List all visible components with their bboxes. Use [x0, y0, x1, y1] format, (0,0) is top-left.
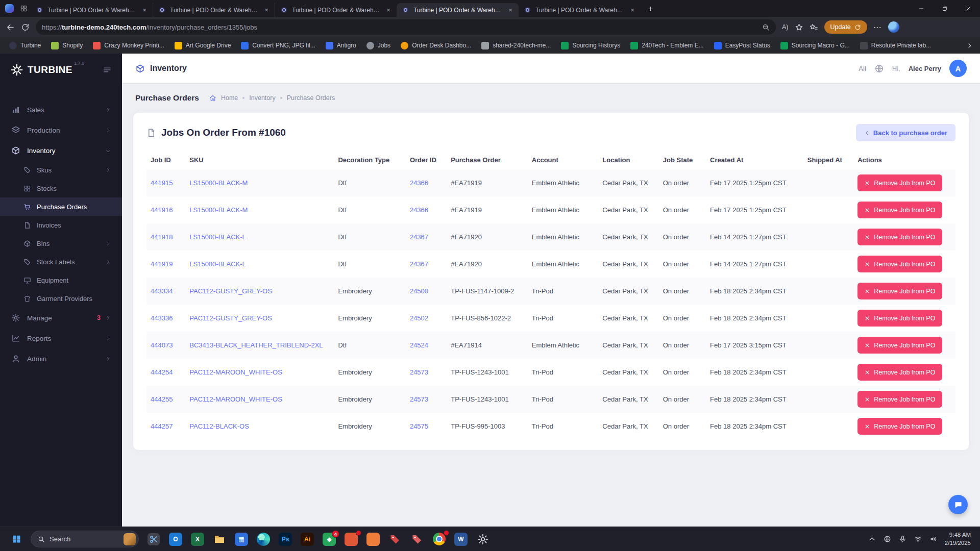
breadcrumb-inventory[interactable]: Inventory [249, 94, 275, 102]
sku-link[interactable]: PAC112-GUSTY_GREY-OS [189, 314, 272, 322]
order-id-link[interactable]: 24367 [410, 233, 428, 241]
remove-job-button[interactable]: Remove Job from PO [857, 418, 942, 435]
sku-link[interactable]: PAC112-GUSTY_GREY-OS [189, 287, 272, 295]
back-to-purchase-order-button[interactable]: Back to purchase order [856, 124, 955, 141]
sku-link[interactable]: PAC112-MAROON_WHITE-OS [189, 368, 282, 376]
browser-tab[interactable]: Turbine | POD Order & Warehouse× [397, 3, 519, 17]
browser-profile-avatar[interactable] [888, 21, 899, 33]
browser-tab[interactable]: Turbine | POD Order & Warehouse× [153, 3, 275, 17]
sidebar-item-sales[interactable]: Sales [0, 99, 122, 120]
favorites-bar-icon[interactable] [810, 23, 818, 32]
mic-icon[interactable] [899, 535, 906, 543]
order-id-link[interactable]: 24367 [410, 260, 428, 268]
sku-link[interactable]: LS15000-BLACK-M [189, 206, 248, 214]
browser-tab[interactable]: Turbine | POD Order & Warehouse× [31, 3, 153, 17]
user-avatar[interactable]: A [949, 60, 967, 77]
tab-close-button[interactable]: × [506, 6, 514, 14]
sidebar-item-purchase-orders[interactable]: Purchase Orders [0, 197, 122, 216]
favorite-star-icon[interactable] [795, 23, 803, 32]
zoom-indicator-icon[interactable] [762, 23, 770, 31]
order-id-link[interactable]: 24500 [410, 287, 428, 295]
taskbar-app-edge[interactable] [256, 532, 271, 547]
sku-link[interactable]: PAC112-MAROON_WHITE-OS [189, 395, 282, 403]
back-icon[interactable] [6, 23, 15, 32]
maximize-button[interactable] [933, 0, 957, 17]
bookmark-convert-png-jpg-fil[interactable]: Convert PNG, JPG fil... [237, 40, 319, 52]
job-id-link[interactable]: 441919 [151, 260, 173, 268]
sidebar-item-invoices[interactable]: Invoices [0, 216, 122, 234]
bookmark-crazy-monkey-printi[interactable]: Crazy Monkey Printi... [89, 40, 168, 52]
bookmark-shared-240tech-me[interactable]: shared-240tech-me... [477, 40, 555, 52]
tab-close-button[interactable]: × [262, 6, 271, 14]
order-id-link[interactable]: 24575 [410, 422, 428, 430]
bookmarks-overflow-icon[interactable] [966, 42, 973, 49]
remove-job-button[interactable]: Remove Job from PO [857, 364, 942, 381]
user-name[interactable]: Alec Perry [909, 65, 941, 72]
browser-menu-icon[interactable]: ⋯ [873, 22, 882, 32]
bookmark-turbine[interactable]: Turbine [5, 40, 45, 52]
sidebar-item-inventory[interactable]: Inventory [0, 140, 122, 161]
job-id-link[interactable]: 444073 [151, 341, 173, 349]
sku-link[interactable]: LS15000-BLACK-L [189, 233, 246, 241]
job-id-link[interactable]: 441918 [151, 233, 173, 241]
sidebar-item-bins[interactable]: Bins [0, 234, 122, 253]
hidden-icons-icon[interactable] [868, 535, 876, 543]
sku-link[interactable]: PAC112-BLACK-OS [189, 422, 249, 430]
bookmark-sourcing-historys[interactable]: Sourcing Historys [557, 40, 624, 52]
wifi-icon[interactable] [914, 535, 922, 543]
order-id-link[interactable]: 24366 [410, 206, 428, 214]
bookmark-shopify[interactable]: Shopify [47, 40, 87, 52]
chat-widget-button[interactable] [948, 495, 968, 514]
order-id-link[interactable]: 24573 [410, 368, 428, 376]
taskbar-app-blue-app[interactable]: ▦ [234, 532, 249, 547]
sku-link[interactable]: BC3413-BLACK_HEATHER_TRIBLEND-2XL [189, 341, 323, 349]
taskbar-app-word[interactable]: W [453, 532, 469, 547]
remove-job-button[interactable]: Remove Job from PO [857, 202, 942, 218]
taskbar-app-tag-app[interactable] [387, 532, 403, 547]
remove-job-button[interactable]: Remove Job from PO [857, 310, 942, 327]
bookmark-240tech-emblem-e[interactable]: 240Tech - Emblem E... [626, 40, 707, 52]
bookmark-sourcing-macro-g[interactable]: Sourcing Macro - G... [776, 40, 854, 52]
taskbar-app-settings[interactable] [475, 532, 491, 547]
remove-job-button[interactable]: Remove Job from PO [857, 229, 942, 245]
sidebar-item-stock-labels[interactable]: Stock Labels [0, 253, 122, 271]
tab-actions-icon[interactable] [20, 5, 28, 12]
order-id-link[interactable]: 24524 [410, 341, 428, 349]
read-aloud-icon[interactable]: A) [782, 23, 789, 31]
bookmark-easypost-status[interactable]: EasyPost Status [710, 40, 774, 52]
network-icon[interactable] [884, 535, 891, 543]
taskbar-app-green-app[interactable]: ◆4 [322, 532, 337, 547]
taskbar-app-orange-app[interactable] [344, 532, 359, 547]
job-id-link[interactable]: 444257 [151, 422, 173, 430]
sidebar-item-manage[interactable]: Manage3 [0, 308, 122, 328]
order-id-link[interactable]: 24573 [410, 395, 428, 403]
remove-job-button[interactable]: Remove Job from PO [857, 256, 942, 272]
tab-close-button[interactable]: × [140, 6, 149, 14]
bookmark-antigro[interactable]: Antigro [322, 40, 360, 52]
sidebar-logo[interactable]: TURBINE 1.7.0 [0, 54, 122, 86]
new-tab-button[interactable] [644, 2, 657, 15]
job-id-link[interactable]: 441915 [151, 179, 173, 187]
order-id-link[interactable]: 24502 [410, 314, 428, 322]
sidebar-toggle-icon[interactable] [103, 65, 112, 74]
breadcrumb-home[interactable]: Home [221, 94, 238, 102]
sidebar-item-admin[interactable]: Admin [0, 348, 122, 369]
job-id-link[interactable]: 443334 [151, 287, 173, 295]
job-id-link[interactable]: 444254 [151, 368, 173, 376]
job-id-link[interactable]: 444255 [151, 395, 173, 403]
taskbar-clock[interactable]: 9:48 AM 2/19/2025 [945, 531, 971, 547]
taskbar-app-file-explorer[interactable] [212, 532, 227, 547]
job-id-link[interactable]: 441916 [151, 206, 173, 214]
browser-tab[interactable]: Turbine | POD Order & Warehouse× [275, 3, 397, 17]
sidebar-item-reports[interactable]: Reports [0, 328, 122, 348]
remove-job-button[interactable]: Remove Job from PO [857, 174, 942, 191]
remove-job-button[interactable]: Remove Job from PO [857, 283, 942, 299]
bookmark-jobs[interactable]: Jobs [362, 40, 395, 52]
taskbar-app-snipping-tool[interactable] [146, 532, 161, 547]
browser-tab[interactable]: Turbine | POD Order & Warehouse× [519, 3, 641, 17]
sku-link[interactable]: LS15000-BLACK-M [189, 179, 248, 187]
start-button[interactable] [7, 530, 26, 548]
job-id-link[interactable]: 443336 [151, 314, 173, 322]
taskbar-search[interactable]: Search [31, 531, 139, 547]
bookmark-art-google-drive[interactable]: Art Google Drive [170, 40, 235, 52]
